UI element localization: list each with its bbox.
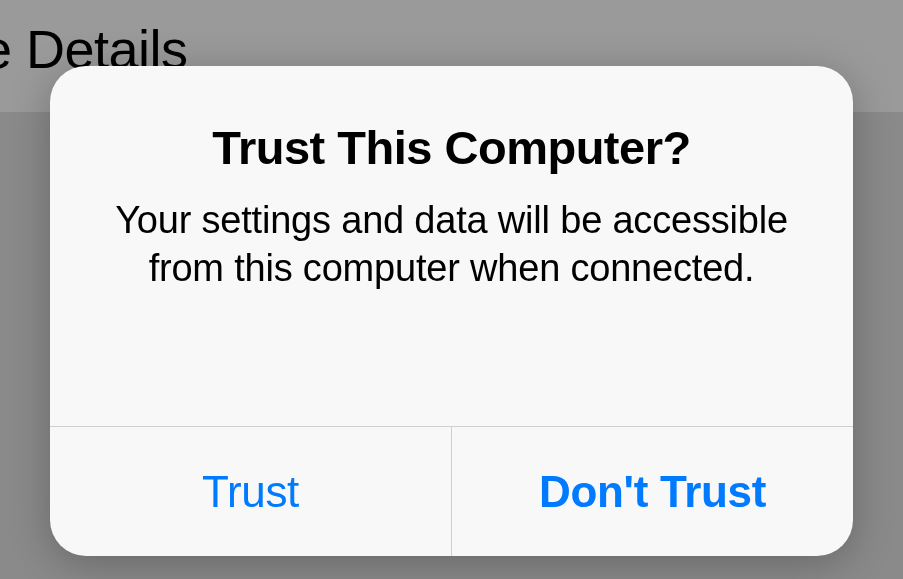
alert-button-row: Trust Don't Trust: [50, 426, 853, 556]
dont-trust-button[interactable]: Don't Trust: [452, 427, 853, 556]
alert-message: Your settings and data will be accessibl…: [112, 197, 792, 292]
trust-alert-dialog: Trust This Computer? Your settings and d…: [50, 66, 853, 556]
trust-button[interactable]: Trust: [50, 427, 452, 556]
alert-content: Trust This Computer? Your settings and d…: [50, 66, 853, 426]
alert-title: Trust This Computer?: [212, 120, 690, 175]
